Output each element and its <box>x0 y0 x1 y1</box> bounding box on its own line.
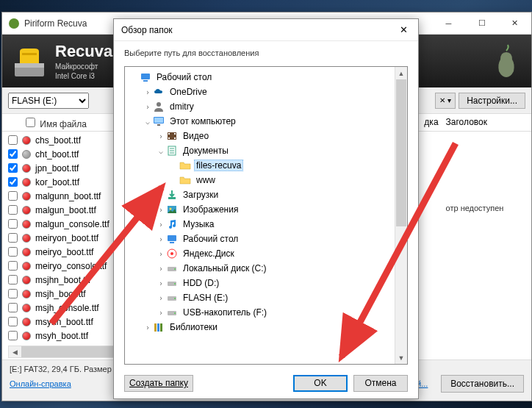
expand-icon[interactable]: › <box>156 265 166 273</box>
file-name: chs_boot.ttf <box>35 135 81 146</box>
file-checkbox[interactable] <box>8 247 18 257</box>
tree-node[interactable]: ›HDD (D:) <box>126 276 406 290</box>
svg-rect-9 <box>157 124 160 126</box>
file-checkbox[interactable] <box>8 219 18 229</box>
expand-icon[interactable]: › <box>156 221 166 229</box>
tree-node[interactable]: ›Изображения <box>126 202 406 217</box>
dialog-close-button[interactable]: ✕ <box>389 20 418 40</box>
tree-label: Локальный диск (C:) <box>181 262 269 274</box>
maximize-button[interactable]: ☐ <box>465 12 498 35</box>
tree-node[interactable]: ›Видео <box>126 129 406 143</box>
header-sys-line1: Майкрософт <box>55 62 112 71</box>
images-icon <box>166 204 178 215</box>
file-checkbox[interactable] <box>8 205 18 215</box>
expand-icon[interactable]: ⌵ <box>143 118 153 126</box>
col-name[interactable]: Имя файла <box>40 119 87 129</box>
file-checkbox[interactable] <box>8 233 18 243</box>
file-checkbox[interactable] <box>8 289 18 298</box>
file-name: msjh_boot.ttf <box>35 289 86 299</box>
expand-icon[interactable]: ⌵ <box>156 147 166 155</box>
tree-node[interactable]: ›dmitry <box>126 99 406 114</box>
drive-select[interactable]: FLASH (E:) <box>8 93 89 109</box>
svg-rect-13 <box>174 133 176 135</box>
folder-tree[interactable]: Рабочий стол›OneDrive›dmitry⌵Этот компью… <box>125 67 407 337</box>
scroll-left-icon[interactable]: ◀ <box>9 346 21 357</box>
expand-icon[interactable]: › <box>156 294 166 302</box>
settings-button[interactable]: Настройки... <box>459 93 525 109</box>
close-dropdown-icon[interactable]: ✕ ▾ <box>435 93 456 109</box>
expand-icon[interactable]: › <box>143 103 153 111</box>
svg-rect-35 <box>157 323 159 332</box>
expand-icon[interactable]: › <box>156 309 166 317</box>
expand-icon[interactable]: › <box>156 279 166 287</box>
status-dot-icon <box>22 234 31 243</box>
file-checkbox[interactable] <box>8 135 18 145</box>
tree-node[interactable]: ›Библиотеки <box>126 320 406 334</box>
dialog-titlebar: Обзор папок ✕ <box>114 19 418 41</box>
status-dot-icon <box>22 220 31 229</box>
onedrive-icon <box>153 86 165 98</box>
tree-node[interactable]: ›Локальный диск (C:) <box>126 261 406 276</box>
cancel-button[interactable]: Отмена <box>353 375 408 392</box>
tree-scroll-thumb[interactable] <box>396 79 406 226</box>
svg-rect-5 <box>143 80 148 82</box>
drive-icon <box>166 277 178 289</box>
ok-button[interactable]: OK <box>293 375 348 392</box>
expand-icon[interactable]: › <box>156 235 166 243</box>
tree-node[interactable]: ›OneDrive <box>126 85 406 99</box>
expand-icon[interactable]: › <box>143 88 153 96</box>
minimize-button[interactable]: ─ <box>432 12 465 35</box>
file-checkbox[interactable] <box>8 261 18 271</box>
tree-node[interactable]: ›Рабочий стол <box>126 232 406 246</box>
file-name: msyh_boot.ttf <box>35 331 88 341</box>
file-checkbox[interactable] <box>8 163 18 173</box>
tree-node[interactable]: www <box>126 173 406 187</box>
file-checkbox[interactable] <box>8 191 18 201</box>
file-name: meiryo_boot.ttf <box>35 247 93 257</box>
tree-node[interactable]: ⌵Этот компьютер <box>126 114 406 129</box>
dialog-subtitle: Выберите путь для восстановления <box>114 41 418 63</box>
restore-button[interactable]: Восстановить... <box>441 375 524 393</box>
tree-node[interactable]: ›Яндекс.Диск <box>126 246 406 261</box>
file-name: meiryo_console.ttf <box>35 261 107 271</box>
tree-node[interactable]: files-recuva <box>126 158 406 173</box>
tree-label: Видео <box>181 130 211 142</box>
status-dot-icon <box>22 276 31 284</box>
file-name: cht_boot.ttf <box>35 149 79 160</box>
svg-rect-11 <box>168 133 170 135</box>
tree-node[interactable]: ⌵Документы <box>126 143 406 158</box>
status-dot-icon <box>22 332 31 340</box>
tree-node[interactable]: ›Загрузки <box>126 187 406 202</box>
tree-node[interactable]: ›FLASH (E:) <box>126 290 406 305</box>
file-checkbox[interactable] <box>8 303 18 312</box>
expand-icon[interactable]: › <box>143 323 153 332</box>
select-all-checkbox[interactable] <box>26 118 35 127</box>
tree-node[interactable]: ›USB-накопитель (F:) <box>126 305 406 320</box>
tree-label: USB-накопитель (F:) <box>181 307 269 318</box>
file-checkbox[interactable] <box>8 149 18 159</box>
help-link[interactable]: Онлайн-справка <box>10 379 71 388</box>
svg-point-33 <box>174 312 176 314</box>
tree-label: Изображения <box>181 204 240 215</box>
file-checkbox[interactable] <box>8 317 18 326</box>
expand-icon[interactable]: › <box>156 206 166 214</box>
close-button[interactable]: ✕ <box>498 12 531 35</box>
tree-vertical-scrollbar[interactable]: ▲ ▼ <box>395 67 407 364</box>
scroll-up-icon[interactable]: ▲ <box>395 67 407 79</box>
tree-node[interactable]: Рабочий стол <box>126 70 406 85</box>
col-header-2[interactable]: дка <box>424 117 438 127</box>
svg-point-29 <box>174 283 176 284</box>
expand-icon[interactable]: › <box>156 250 166 258</box>
file-checkbox[interactable] <box>8 275 18 284</box>
scroll-down-icon[interactable]: ▼ <box>395 351 407 364</box>
col-header-3[interactable]: Заголовок <box>446 117 487 127</box>
file-checkbox[interactable] <box>8 331 18 340</box>
file-checkbox[interactable] <box>8 177 18 187</box>
status-dot-icon <box>22 164 31 173</box>
new-folder-button[interactable]: Создать папку <box>124 375 193 392</box>
user-icon <box>153 101 165 112</box>
expand-icon[interactable]: › <box>156 132 166 140</box>
tree-label: Загрузки <box>181 189 220 201</box>
expand-icon[interactable]: › <box>156 191 166 199</box>
tree-node[interactable]: ›Музыка <box>126 217 406 232</box>
